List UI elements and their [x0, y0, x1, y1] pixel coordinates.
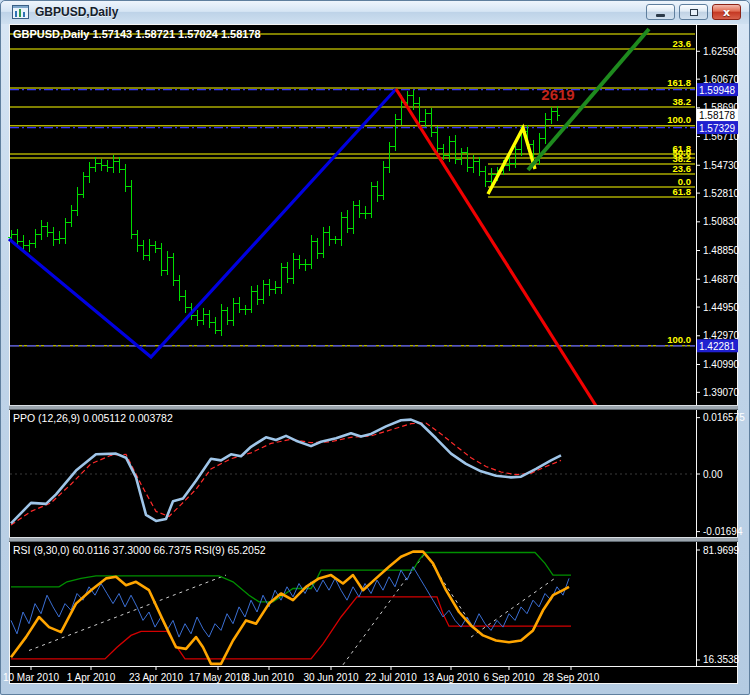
svg-text:1.54730: 1.54730 [703, 160, 740, 171]
svg-text:1.58690: 1.58690 [703, 102, 740, 113]
text-annotation[interactable]: 2619 [541, 86, 574, 103]
restore-button[interactable] [679, 4, 708, 20]
price-axis[interactable]: 1.625901.606701.586901.567101.547301.528… [696, 46, 740, 398]
yellow-zigzag-trendline [488, 128, 535, 194]
close-button[interactable]: x [712, 4, 741, 20]
svg-text:23.6: 23.6 [673, 38, 692, 49]
svg-text:23.6: 23.6 [673, 163, 692, 174]
green-trendline [528, 29, 649, 170]
date-axis[interactable]: 10 Mar 20101 Apr 201023 Apr 201017 May 2… [3, 667, 600, 683]
rsi-fast-line [11, 567, 569, 637]
svg-text:1.60670: 1.60670 [703, 74, 740, 85]
ppo-signal-line [11, 423, 561, 525]
blue-zigzag-trendline [9, 89, 396, 357]
svg-text:1.48850: 1.48850 [703, 245, 740, 256]
rsi-lower-band-line [11, 597, 571, 659]
chart-window: GBPUSD,Daily x 23.6161.838.2100.061.850.… [0, 0, 750, 695]
svg-text:1.42281: 1.42281 [699, 341, 736, 352]
ohlc-info-line: GBPUSD,Daily 1.57143 1.58721 1.57024 1.5… [13, 28, 261, 40]
svg-text:38.2: 38.2 [673, 96, 692, 107]
price-bars [8, 90, 560, 336]
fib-retracement-lines[interactable]: 23.6161.838.2100.061.850.0100.038.223.60… [10, 34, 695, 346]
close-icon: x [723, 7, 730, 18]
rsi-dashed-trendline [425, 553, 471, 623]
red-trendline [396, 89, 598, 409]
rsi-dashed-trendline [29, 575, 226, 650]
svg-text:81.9699: 81.9699 [703, 545, 740, 556]
svg-text:100.0: 100.0 [667, 114, 691, 125]
svg-text:13 Aug 2010: 13 Aug 2010 [423, 672, 480, 683]
svg-text:1.46870: 1.46870 [703, 274, 740, 285]
svg-text:1.62590: 1.62590 [703, 46, 740, 57]
rsi-dashed-trendline [343, 553, 425, 665]
svg-text:1.59948: 1.59948 [699, 85, 736, 96]
svg-text:23 Apr 2010: 23 Apr 2010 [129, 672, 183, 683]
svg-text:1.42970: 1.42970 [703, 330, 740, 341]
chart-canvas[interactable]: 23.6161.838.2100.061.850.0100.038.223.60… [1, 1, 750, 695]
rsi-smoothed-line [11, 552, 569, 664]
minimize-icon [656, 14, 665, 17]
svg-text:10 Mar 2010: 10 Mar 2010 [3, 672, 60, 683]
svg-text:8 Jun 2010: 8 Jun 2010 [244, 672, 294, 683]
svg-text:1.56710: 1.56710 [703, 131, 740, 142]
restore-icon [690, 9, 698, 16]
minimize-button[interactable] [646, 4, 675, 20]
svg-text:0.00: 0.00 [703, 469, 723, 480]
svg-text:RSI (9,30,0) 60.0116 37.3000 6: RSI (9,30,0) 60.0116 37.3000 66.7375 RSI… [13, 544, 266, 556]
svg-text:2619: 2619 [541, 86, 574, 103]
svg-text:1.57329: 1.57329 [699, 123, 736, 134]
svg-text:-0.01694: -0.01694 [703, 526, 743, 537]
svg-text:1.50830: 1.50830 [703, 216, 740, 227]
svg-text:6 Sep 2010: 6 Sep 2010 [483, 672, 535, 683]
rsi-upper-band-line [11, 553, 571, 602]
svg-text:100.0: 100.0 [667, 334, 691, 345]
ppo-pane: PPO (12,26,9) 0.005112 0.0037820.0165750… [10, 412, 745, 537]
svg-text:50.0: 50.0 [673, 147, 692, 158]
rsi-dashed-trendline [471, 577, 557, 637]
trendline-objects[interactable] [9, 29, 649, 409]
title-bar[interactable]: GBPUSD,Daily x [1, 1, 749, 24]
ppo-main-line [11, 420, 561, 524]
svg-text:17 May 2010: 17 May 2010 [189, 672, 247, 683]
svg-text:161.8: 161.8 [667, 77, 691, 88]
svg-text:28 Sep 2010: 28 Sep 2010 [543, 672, 600, 683]
horizontal-line-objects[interactable] [10, 90, 695, 346]
svg-text:1 Apr 2010: 1 Apr 2010 [67, 672, 116, 683]
pane-separator-2[interactable] [9, 537, 738, 542]
svg-text:1.40990: 1.40990 [703, 359, 740, 370]
svg-text:1.39070: 1.39070 [703, 387, 740, 398]
svg-text:PPO (12,26,9) 0.005112 0.00378: PPO (12,26,9) 0.005112 0.003782 [13, 412, 173, 424]
svg-text:22 Jul 2010: 22 Jul 2010 [365, 672, 417, 683]
svg-text:1.52810: 1.52810 [703, 188, 740, 199]
svg-text:0.0: 0.0 [678, 176, 691, 187]
chart-icon [12, 5, 29, 19]
svg-text:0.016575: 0.016575 [703, 412, 745, 423]
chart-background [9, 24, 738, 684]
svg-text:30 Jun 2010: 30 Jun 2010 [303, 672, 358, 683]
svg-text:16.3538: 16.3538 [703, 654, 740, 665]
window-title: GBPUSD,Daily [35, 5, 118, 19]
svg-text:38.2: 38.2 [673, 153, 692, 164]
svg-text:61.8: 61.8 [673, 143, 692, 154]
svg-text:1.58178: 1.58178 [699, 110, 736, 121]
pane-separator-1[interactable] [9, 405, 738, 410]
svg-text:GBPUSD,Daily 1.57143 1.58721: GBPUSD,Daily 1.57143 1.58721 1.57024 1.5… [13, 28, 261, 40]
rsi-pane: RSI (9,30,0) 60.0116 37.3000 66.7375 RSI… [11, 544, 740, 665]
svg-text:61.8: 61.8 [673, 186, 692, 197]
svg-text:1.44950: 1.44950 [703, 302, 740, 313]
